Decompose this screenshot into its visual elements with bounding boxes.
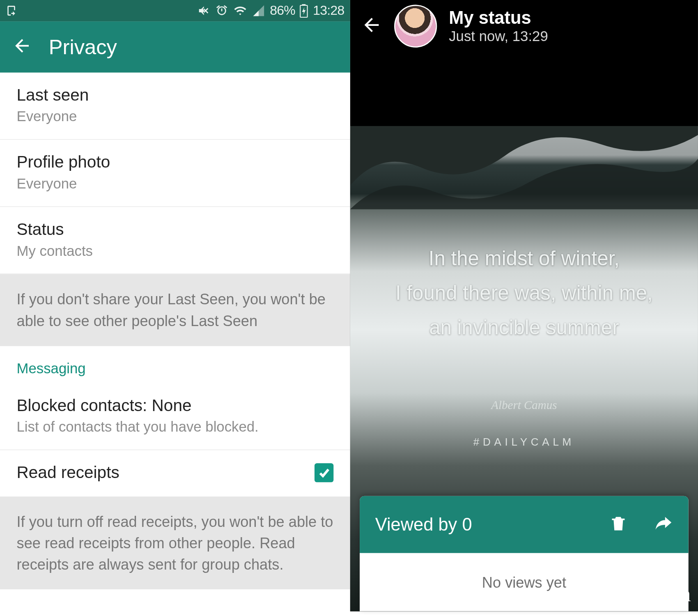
status-bar: 86% 13:28	[0, 0, 350, 21]
setting-title: Read receipts	[17, 463, 119, 482]
delete-button[interactable]	[609, 514, 628, 535]
avatar	[394, 5, 437, 48]
setting-read-receipts[interactable]: Read receipts	[0, 450, 350, 496]
brand-watermark: Calm	[645, 582, 691, 607]
privacy-settings-screen: 86% 13:28 Privacy Last seen Everyone Pro…	[0, 0, 350, 611]
status-header: My status Just now, 13:29	[350, 0, 698, 55]
svg-rect-1	[302, 4, 306, 5]
status-timestamp: Just now, 13:29	[449, 28, 548, 45]
forward-button[interactable]	[654, 514, 673, 535]
settings-list: Last seen Everyone Profile photo Everyon…	[0, 73, 350, 611]
mute-icon	[197, 4, 211, 17]
setting-value: My contacts	[17, 243, 93, 260]
notification-icon	[5, 4, 18, 17]
quote-author: Albert Camus	[491, 398, 557, 412]
section-header-messaging: Messaging	[0, 346, 350, 383]
setting-subtitle: List of contacts that you have blocked.	[17, 418, 259, 435]
signal-icon	[252, 4, 265, 17]
setting-profile-photo[interactable]: Profile photo Everyone	[0, 140, 350, 207]
info-last-seen: If you don't share your Last Seen, you w…	[0, 274, 350, 346]
no-views-text: No views yet	[360, 553, 689, 611]
info-read-receipts: If you turn off read receipts, you won't…	[0, 496, 350, 589]
setting-value: Everyone	[17, 108, 89, 125]
quote-text: In the midst of winter, I found there wa…	[378, 241, 671, 345]
battery-charging-icon	[300, 4, 308, 18]
setting-title: Last seen	[17, 86, 89, 105]
clock-time: 13:28	[313, 3, 344, 18]
viewed-by-panel: Viewed by 0 No views yet	[360, 496, 689, 611]
setting-value: Everyone	[17, 175, 110, 192]
battery-percent: 86%	[270, 3, 295, 18]
setting-blocked-contacts[interactable]: Blocked contacts: None List of contacts …	[0, 383, 350, 450]
setting-title: Status	[17, 220, 93, 239]
setting-title: Profile photo	[17, 153, 110, 172]
alarm-icon	[215, 4, 228, 17]
setting-title: Blocked contacts: None	[17, 396, 259, 415]
quote-hashtag: #DAILYCALM	[473, 436, 575, 448]
wifi-icon	[233, 4, 247, 17]
viewed-by-label: Viewed by 0	[375, 515, 472, 535]
back-button[interactable]	[361, 14, 382, 38]
page-title: Privacy	[49, 35, 117, 59]
read-receipts-checkbox[interactable]	[315, 463, 333, 482]
status-viewer-screen: My status Just now, 13:29 In the midst o…	[350, 0, 698, 611]
app-bar: Privacy	[0, 21, 350, 73]
setting-last-seen[interactable]: Last seen Everyone	[0, 73, 350, 140]
status-title: My status	[449, 8, 548, 28]
setting-status[interactable]: Status My contacts	[0, 207, 350, 274]
back-button[interactable]	[12, 36, 32, 58]
